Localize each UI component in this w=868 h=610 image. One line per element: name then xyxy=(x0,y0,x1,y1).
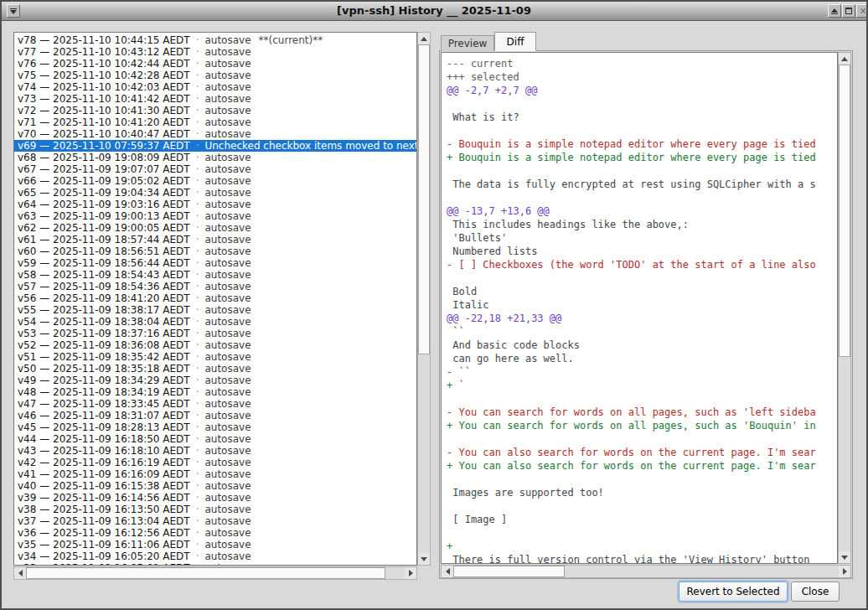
history-row-v66[interactable]: v66 — 2025-11-09 19:05:02 AEDT·autosave xyxy=(14,175,416,187)
history-row-note: autosave xyxy=(204,339,251,351)
diff-scroll-down-arrow[interactable] xyxy=(839,551,850,563)
history-row-separator: · xyxy=(196,234,199,246)
history-scroll-right-arrow[interactable] xyxy=(405,567,416,579)
history-row-v37[interactable]: v37 — 2025-11-09 16:13:04 AEDT·autosave xyxy=(14,515,416,527)
history-row-v56[interactable]: v56 — 2025-11-09 18:41:20 AEDT·autosave xyxy=(14,292,416,304)
diff-vscroll-track[interactable] xyxy=(839,65,850,551)
history-row-v70[interactable]: v70 — 2025-11-10 10:40:47 AEDT·autosave xyxy=(14,128,416,140)
diff-scroll-right-arrow[interactable] xyxy=(839,566,850,577)
diff-line-blank xyxy=(447,526,837,540)
history-row-current-badge: **(current)** xyxy=(259,34,323,46)
shade-button[interactable] xyxy=(828,4,841,18)
history-row-note: autosave xyxy=(204,421,251,433)
diff-line-blank xyxy=(447,164,837,178)
diff-scroll-left-arrow[interactable] xyxy=(442,566,453,577)
history-row-v75[interactable]: v75 — 2025-11-10 10:42:28 AEDT·autosave xyxy=(14,70,416,81)
history-row-v68[interactable]: v68 — 2025-11-09 19:08:09 AEDT·autosave xyxy=(14,152,416,163)
history-row-v65[interactable]: v65 — 2025-11-09 19:04:34 AEDT·autosave xyxy=(14,187,416,199)
history-row-v60[interactable]: v60 — 2025-11-09 18:56:51 AEDT·autosave xyxy=(14,246,416,257)
history-row-v49[interactable]: v49 — 2025-11-09 18:34:29 AEDT·autosave xyxy=(14,375,416,386)
history-row-v35[interactable]: v35 — 2025-11-09 16:11:06 AEDT·autosave xyxy=(14,539,416,551)
history-row-v54[interactable]: v54 — 2025-11-09 18:38:04 AEDT·autosave xyxy=(14,316,416,328)
history-row-note: autosave xyxy=(204,152,251,163)
diff-hscroll-track[interactable] xyxy=(453,566,839,577)
history-row-v34[interactable]: v34 — 2025-11-09 16:05:20 AEDT·autosave xyxy=(14,551,416,562)
history-row-v46[interactable]: v46 — 2025-11-09 18:31:07 AEDT·autosave xyxy=(14,410,416,421)
close-window-button[interactable]: ✕ xyxy=(856,4,868,18)
history-row-v43[interactable]: v43 — 2025-11-09 16:18:10 AEDT·autosave xyxy=(14,445,416,457)
history-row-v39[interactable]: v39 — 2025-11-09 16:14:56 AEDT·autosave xyxy=(14,492,416,504)
history-row-note: autosave xyxy=(204,116,251,128)
history-vertical-scrollbar[interactable] xyxy=(417,32,431,566)
history-row-v67[interactable]: v67 — 2025-11-09 19:07:07 AEDT·autosave xyxy=(14,163,416,175)
diff-line-ctx: The data is fully encrypted at rest usin… xyxy=(447,178,837,191)
history-row-v53[interactable]: v53 — 2025-11-09 18:37:16 AEDT·autosave xyxy=(14,328,416,339)
history-row-v42[interactable]: v42 — 2025-11-09 16:16:19 AEDT·autosave xyxy=(14,457,416,468)
diff-hscroll-thumb[interactable] xyxy=(453,566,565,577)
history-row-v48[interactable]: v48 — 2025-11-09 18:34:19 AEDT·autosave xyxy=(14,386,416,398)
history-row-separator: · xyxy=(196,116,199,128)
history-row-v61[interactable]: v61 — 2025-11-09 18:57:44 AEDT·autosave xyxy=(14,234,416,246)
history-row-v47[interactable]: v47 — 2025-11-09 18:33:45 AEDT·autosave xyxy=(14,398,416,410)
history-hscroll-track[interactable] xyxy=(26,567,405,579)
history-row-note: autosave xyxy=(204,175,251,187)
revert-to-selected-button[interactable]: Revert to Selected xyxy=(679,582,788,602)
history-scroll-down-arrow[interactable] xyxy=(418,553,430,565)
history-vscroll-thumb[interactable] xyxy=(418,44,430,354)
history-row-v45[interactable]: v45 — 2025-11-09 18:28:13 AEDT·autosave xyxy=(14,421,416,433)
diff-scroll-up-arrow[interactable] xyxy=(839,53,850,65)
diff-vertical-scrollbar[interactable] xyxy=(838,52,851,564)
history-row-label: v36 — 2025-11-09 16:12:56 AEDT xyxy=(18,527,190,539)
close-dialog-button[interactable]: Close xyxy=(791,582,840,602)
history-row-separator: · xyxy=(196,410,199,421)
tab-preview[interactable]: Preview xyxy=(441,35,494,51)
history-row-v57[interactable]: v57 — 2025-11-09 18:54:36 AEDT·autosave xyxy=(14,281,416,292)
history-row-v64[interactable]: v64 — 2025-11-09 19:03:16 AEDT·autosave xyxy=(14,199,416,210)
history-row-v63[interactable]: v63 — 2025-11-09 19:00:13 AEDT·autosave xyxy=(14,210,416,222)
history-row-v38[interactable]: v38 — 2025-11-09 16:13:50 AEDT·autosave xyxy=(14,504,416,515)
history-row-separator: · xyxy=(196,480,199,492)
history-row-v52[interactable]: v52 — 2025-11-09 18:36:08 AEDT·autosave xyxy=(14,339,416,351)
history-row-note: autosave xyxy=(204,562,251,566)
diff-text[interactable]: --- current+++ selected@@ -2,7 +2,7 @@ W… xyxy=(441,52,838,564)
history-row-v55[interactable]: v55 — 2025-11-09 18:38:17 AEDT·autosave xyxy=(14,304,416,316)
history-row-v44[interactable]: v44 — 2025-11-09 16:18:50 AEDT·autosave xyxy=(14,433,416,445)
history-list[interactable]: v78 — 2025-11-10 10:44:15 AEDT·autosave*… xyxy=(13,32,417,566)
maximize-button[interactable] xyxy=(842,4,855,18)
history-vscroll-track[interactable] xyxy=(418,44,430,553)
history-row-v71[interactable]: v71 — 2025-11-10 10:41:20 AEDT·autosave xyxy=(14,116,416,128)
history-row-v41[interactable]: v41 — 2025-11-09 16:16:09 AEDT·autosave xyxy=(14,468,416,480)
history-row-separator: · xyxy=(196,163,199,175)
history-row-separator: · xyxy=(196,515,199,527)
history-row-v69[interactable]: v69 — 2025-11-10 07:59:37 AEDT·Unchecked… xyxy=(14,140,416,152)
history-row-separator: · xyxy=(196,457,199,468)
history-row-label: v63 — 2025-11-09 19:00:13 AEDT xyxy=(18,210,190,222)
tab-diff[interactable]: Diff xyxy=(494,32,536,51)
history-scroll-up-arrow[interactable] xyxy=(418,33,430,44)
titlebar[interactable]: [vpn-ssh] History __ 2025-11-09 ✕ xyxy=(2,2,866,21)
history-row-v59[interactable]: v59 — 2025-11-09 18:56:44 AEDT·autosave xyxy=(14,257,416,269)
diff-horizontal-scrollbar[interactable] xyxy=(441,565,851,578)
history-row-v73[interactable]: v73 — 2025-11-10 10:41:42 AEDT·autosave xyxy=(14,93,416,105)
history-row-v40[interactable]: v40 — 2025-11-09 16:15:38 AEDT·autosave xyxy=(14,480,416,492)
history-row-v78[interactable]: v78 — 2025-11-10 10:44:15 AEDT·autosave*… xyxy=(14,34,416,46)
history-row-v58[interactable]: v58 — 2025-11-09 18:54:43 AEDT·autosave xyxy=(14,269,416,281)
diff-vscroll-thumb[interactable] xyxy=(839,65,850,357)
history-row-v77[interactable]: v77 — 2025-11-10 10:43:12 AEDT·autosave xyxy=(14,46,416,58)
history-row-label: v34 — 2025-11-09 16:05:20 AEDT xyxy=(18,551,190,562)
history-row-label: v76 — 2025-11-10 10:42:44 AEDT xyxy=(18,58,190,70)
history-row-note: autosave xyxy=(204,410,251,421)
history-row-v62[interactable]: v62 — 2025-11-09 19:00:05 AEDT·autosave xyxy=(14,222,416,234)
history-row-v74[interactable]: v74 — 2025-11-10 10:42:03 AEDT·autosave xyxy=(14,81,416,93)
history-row-v33[interactable]: v33 — 2025-11-09 16:05:01 AEDT·autosave xyxy=(14,562,416,566)
history-row-v51[interactable]: v51 — 2025-11-09 18:35:42 AEDT·autosave xyxy=(14,351,416,363)
history-scroll-left-arrow[interactable] xyxy=(14,567,26,579)
history-row-v72[interactable]: v72 — 2025-11-10 10:41:30 AEDT·autosave xyxy=(14,105,416,116)
history-row-separator: · xyxy=(196,70,199,81)
history-hscroll-thumb[interactable] xyxy=(26,567,385,579)
history-row-v76[interactable]: v76 — 2025-11-10 10:42:44 AEDT·autosave xyxy=(14,58,416,70)
history-row-v36[interactable]: v36 — 2025-11-09 16:12:56 AEDT·autosave xyxy=(14,527,416,539)
history-row-v50[interactable]: v50 — 2025-11-09 18:35:18 AEDT·autosave xyxy=(14,363,416,375)
arrow-down-icon xyxy=(421,557,427,561)
history-horizontal-scrollbar[interactable] xyxy=(13,566,417,580)
